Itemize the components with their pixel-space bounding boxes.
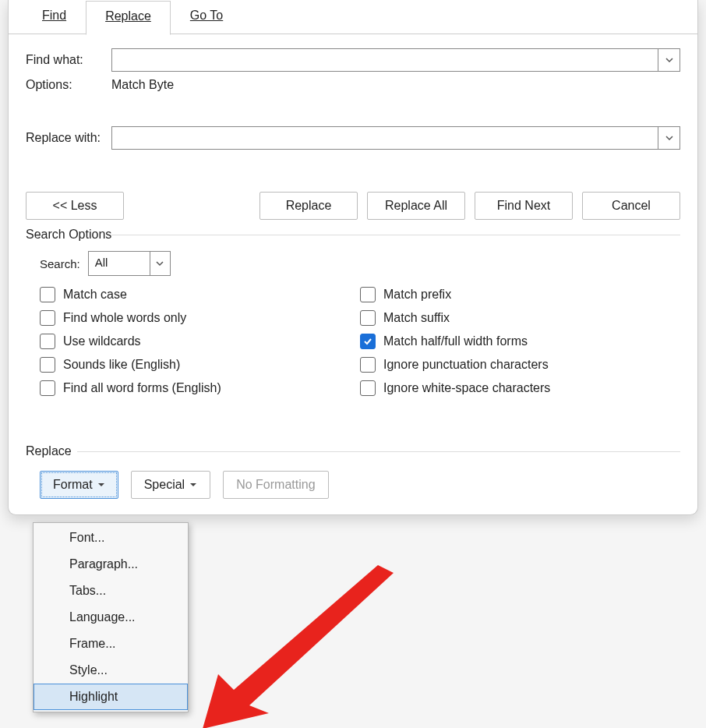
options-value: Match Byte bbox=[111, 78, 174, 92]
action-button-row: << Less Replace Replace All Find Next Ca… bbox=[9, 192, 697, 228]
find-what-input[interactable] bbox=[112, 49, 658, 71]
cancel-button[interactable]: Cancel bbox=[582, 192, 680, 220]
format-button[interactable]: Format bbox=[40, 471, 118, 499]
search-direction-label: Search: bbox=[40, 257, 80, 270]
caret-down-icon bbox=[97, 481, 105, 489]
menu-item-paragraph[interactable]: Paragraph... bbox=[34, 551, 188, 578]
find-next-button[interactable]: Find Next bbox=[475, 192, 573, 220]
main-content: Find what: Options: Match Byte Replace w… bbox=[9, 34, 697, 192]
find-replace-dialog: Find Replace Go To Find what: Options: M… bbox=[8, 0, 698, 515]
match-suffix-checkbox[interactable] bbox=[360, 310, 376, 326]
less-button[interactable]: << Less bbox=[26, 192, 124, 220]
match-prefix-checkbox[interactable] bbox=[360, 287, 376, 302]
half-full-width-label[interactable]: Match half/full width forms bbox=[383, 334, 528, 348]
options-label: Options: bbox=[26, 78, 111, 92]
replace-with-input[interactable] bbox=[112, 127, 658, 149]
chevron-down-icon bbox=[665, 55, 674, 65]
find-what-combo[interactable] bbox=[111, 48, 680, 72]
tab-goto[interactable]: Go To bbox=[171, 0, 242, 34]
menu-item-style[interactable]: Style... bbox=[34, 657, 188, 684]
menu-item-frame[interactable]: Frame... bbox=[34, 631, 188, 657]
replace-all-button[interactable]: Replace All bbox=[367, 192, 465, 220]
ignore-punctuation-checkbox[interactable] bbox=[360, 357, 376, 373]
half-full-width-checkbox[interactable] bbox=[360, 334, 376, 349]
sounds-like-label[interactable]: Sounds like (English) bbox=[63, 358, 180, 372]
replace-with-combo[interactable] bbox=[111, 126, 680, 150]
chevron-down-icon bbox=[665, 133, 674, 143]
replace-section-title: Replace bbox=[26, 444, 680, 458]
chevron-down-icon bbox=[155, 259, 164, 268]
replace-button[interactable]: Replace bbox=[259, 192, 358, 220]
match-case-label[interactable]: Match case bbox=[63, 288, 127, 302]
menu-item-tabs[interactable]: Tabs... bbox=[34, 578, 188, 604]
find-what-dropdown-button[interactable] bbox=[658, 49, 680, 71]
search-direction-arrow[interactable] bbox=[150, 252, 170, 275]
ignore-whitespace-label[interactable]: Ignore white-space characters bbox=[383, 381, 550, 395]
annotation-arrow bbox=[195, 561, 397, 728]
replace-with-dropdown-button[interactable] bbox=[658, 127, 680, 149]
word-forms-label[interactable]: Find all word forms (English) bbox=[63, 381, 221, 395]
search-options-section: Search Options Search: All Match case Fi… bbox=[9, 228, 697, 404]
tab-find[interactable]: Find bbox=[23, 0, 86, 34]
replace-format-section: Replace Format Special No Formatting bbox=[9, 404, 697, 514]
menu-item-language[interactable]: Language... bbox=[34, 604, 188, 631]
match-prefix-label[interactable]: Match prefix bbox=[383, 288, 451, 302]
whole-words-label[interactable]: Find whole words only bbox=[63, 311, 186, 325]
special-button[interactable]: Special bbox=[131, 471, 210, 499]
wildcards-checkbox[interactable] bbox=[40, 334, 55, 349]
ignore-whitespace-checkbox[interactable] bbox=[360, 380, 376, 396]
search-direction-value: All bbox=[89, 252, 150, 275]
wildcards-label[interactable]: Use wildcards bbox=[63, 334, 141, 348]
search-options-title: Search Options bbox=[26, 228, 680, 242]
replace-with-label: Replace with: bbox=[26, 131, 111, 145]
tab-bar: Find Replace Go To bbox=[9, 0, 697, 34]
ignore-punctuation-label[interactable]: Ignore punctuation characters bbox=[383, 358, 549, 372]
svg-marker-0 bbox=[203, 565, 394, 728]
no-formatting-button: No Formatting bbox=[223, 471, 328, 499]
sounds-like-checkbox[interactable] bbox=[40, 357, 55, 373]
menu-item-highlight[interactable]: Highlight bbox=[34, 684, 188, 710]
search-direction-select[interactable]: All bbox=[88, 251, 171, 276]
tab-replace[interactable]: Replace bbox=[86, 1, 171, 35]
caret-down-icon bbox=[189, 481, 197, 489]
find-what-label: Find what: bbox=[26, 53, 111, 67]
format-dropdown-menu: Font... Paragraph... Tabs... Language...… bbox=[33, 522, 189, 712]
word-forms-checkbox[interactable] bbox=[40, 380, 55, 396]
menu-item-font[interactable]: Font... bbox=[34, 525, 188, 551]
whole-words-checkbox[interactable] bbox=[40, 310, 55, 326]
match-case-checkbox[interactable] bbox=[40, 287, 55, 302]
match-suffix-label[interactable]: Match suffix bbox=[383, 311, 450, 325]
